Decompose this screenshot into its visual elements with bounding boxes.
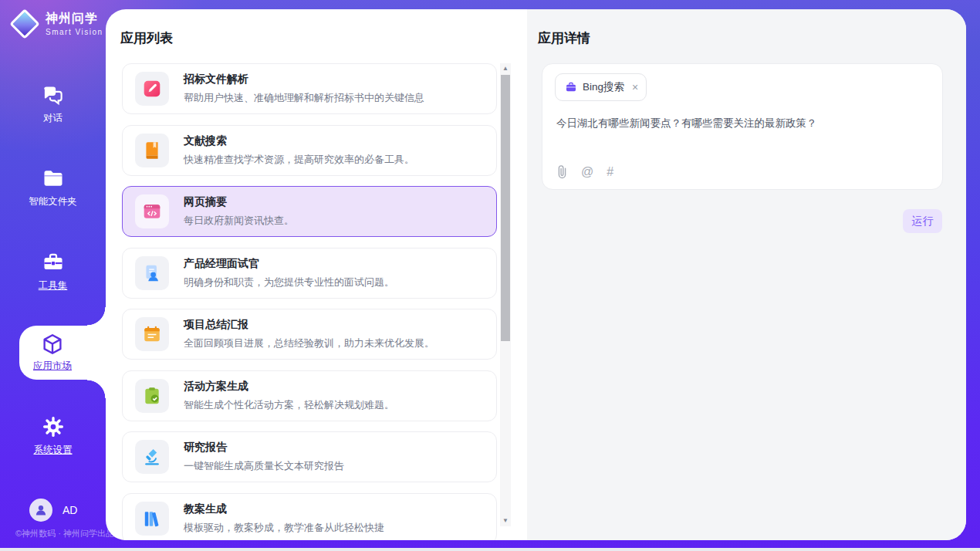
app-card-2[interactable]: 网页摘要每日政府新闻资讯快查。 — [122, 186, 497, 237]
app-card-0[interactable]: 招标文件解析帮助用户快速、准确地理解和解析招标书中的关键信息 — [122, 63, 497, 114]
app-card-name: 产品经理面试官 — [184, 257, 394, 271]
sidebar-item-label: 系统设置 — [34, 444, 73, 457]
app-list-scrollbar[interactable]: ▲ ▼ — [500, 63, 511, 526]
sidebar-item-3[interactable]: 应用市场 — [19, 326, 106, 380]
brand-logo-icon — [11, 10, 39, 38]
app-icon-tile — [135, 194, 169, 228]
app-card-4[interactable]: 项目总结汇报全面回顾项目进展，总结经验教训，助力未来优化发展。 — [122, 309, 497, 360]
pen-square-icon — [142, 79, 162, 99]
user-initials: AD — [63, 504, 77, 516]
gear-icon — [42, 415, 65, 438]
app-icon-tile — [135, 256, 169, 290]
person-icon — [34, 503, 48, 517]
run-button[interactable]: 运行 — [903, 209, 942, 233]
active-tab-curve-top — [87, 307, 106, 326]
sidebar-item-label: 智能文件夹 — [29, 195, 77, 208]
app-card-description: 快速精准查找学术资源，提高研究效率的必备工具。 — [184, 153, 414, 167]
toolbox-icon — [42, 251, 65, 274]
brand-logo: 神州问学 Smart Vision — [11, 10, 103, 38]
app-card-7[interactable]: 教案生成模板驱动，教案秒成，教学准备从此轻松快捷 — [122, 493, 497, 541]
chat-icon — [42, 83, 65, 106]
briefcase-icon — [565, 81, 577, 93]
app-detail-title: 应用详情 — [538, 29, 590, 47]
app-icon-tile — [135, 72, 169, 106]
app-card-description: 每日政府新闻资讯快查。 — [184, 214, 294, 228]
app-card-name: 教案生成 — [184, 502, 384, 516]
app-card-description: 全面回顾项目进展，总结经验教训，助力未来优化发展。 — [184, 336, 434, 350]
clipboard-check-icon — [142, 386, 162, 406]
scroll-down-icon[interactable]: ▼ — [500, 516, 511, 526]
app-card-name: 文献搜索 — [184, 134, 414, 148]
window-bottom-edge — [0, 548, 980, 551]
app-card-description: 帮助用户快速、准确地理解和解析招标书中的关键信息 — [184, 91, 424, 105]
query-composer-card: Bing搜索 × 今日湖北有哪些新闻要点？有哪些需要关注的最新政策？ @ # — [542, 63, 943, 190]
app-card-1[interactable]: 文献搜索快速精准查找学术资源，提高研究效率的必备工具。 — [122, 125, 497, 176]
at-icon[interactable]: @ — [581, 165, 593, 179]
app-icon-tile — [135, 379, 169, 413]
books-icon — [142, 509, 162, 529]
app-card-name: 活动方案生成 — [184, 380, 394, 394]
scrollbar-thumb[interactable] — [501, 75, 510, 341]
scroll-up-icon[interactable]: ▲ — [500, 63, 511, 74]
composer-toolbar: @ # — [556, 164, 613, 179]
sidebar-item-1[interactable]: 智能文件夹 — [0, 167, 106, 208]
brand-subtitle: Smart Vision — [46, 28, 103, 36]
app-card-description: 智能生成个性化活动方案，轻松解决规划难题。 — [184, 398, 394, 412]
sidebar-item-label: 对话 — [43, 112, 63, 125]
sidebar-item-label: 工具集 — [39, 279, 68, 292]
app-card-description: 模板驱动，教案秒成，教学准备从此轻松快捷 — [184, 521, 384, 535]
brand-name: 神州问学 — [46, 12, 103, 25]
paperclip-icon[interactable] — [556, 164, 568, 179]
app-list-title: 应用列表 — [120, 29, 173, 47]
app-card-name: 招标文件解析 — [184, 73, 424, 86]
tool-chip-label: Bing搜索 — [583, 80, 624, 94]
browser-code-icon — [142, 201, 162, 221]
sidebar-item-0[interactable]: 对话 — [0, 83, 106, 125]
folder-icon — [42, 167, 65, 190]
sidebar-item-label: 应用市场 — [33, 360, 72, 373]
app-card-3[interactable]: 产品经理面试官明确身份和职责，为您提供专业性的面试问题。 — [122, 248, 497, 299]
person-doc-icon — [142, 263, 162, 283]
book-icon — [142, 140, 162, 161]
tool-chip-bing-search[interactable]: Bing搜索 × — [555, 73, 647, 101]
avatar[interactable] — [29, 499, 52, 522]
app-list: 招标文件解析帮助用户快速、准确地理解和解析招标书中的关键信息文献搜索快速精准查找… — [122, 63, 498, 540]
calendar-icon — [142, 324, 162, 344]
app-card-5[interactable]: 活动方案生成智能生成个性化活动方案，轻松解决规划难题。 — [122, 370, 497, 421]
sidebar-item-4[interactable]: 系统设置 — [0, 415, 106, 457]
copyright-footer: ©神州数码 · 神州问学出品 — [15, 528, 114, 539]
app-icon-tile — [135, 134, 169, 167]
sidebar-item-2[interactable]: 工具集 — [0, 251, 106, 292]
app-window: 神州问学 Smart Vision 对话智能文件夹工具集应用市场系统设置 AD … — [0, 0, 980, 551]
app-icon-tile — [135, 317, 169, 351]
user-account[interactable]: AD — [29, 499, 77, 522]
app-card-name: 研究报告 — [184, 441, 344, 455]
app-card-6[interactable]: 研究报告一键智能生成高质量长文本研究报告 — [122, 431, 497, 482]
query-text[interactable]: 今日湖北有哪些新闻要点？有哪些需要关注的最新政策？ — [556, 117, 930, 130]
active-tab-curve-bottom — [87, 380, 106, 398]
app-icon-tile — [135, 440, 169, 474]
hash-icon[interactable]: # — [607, 165, 613, 179]
cube-icon — [41, 333, 64, 356]
chip-close-icon[interactable]: × — [632, 81, 638, 93]
app-card-name: 项目总结汇报 — [184, 318, 434, 332]
app-card-description: 一键智能生成高质量长文本研究报告 — [184, 459, 344, 473]
app-icon-tile — [135, 502, 169, 536]
app-card-name: 网页摘要 — [184, 195, 294, 209]
microscope-icon — [142, 447, 162, 467]
app-card-description: 明确身份和职责，为您提供专业性的面试问题。 — [184, 276, 394, 289]
